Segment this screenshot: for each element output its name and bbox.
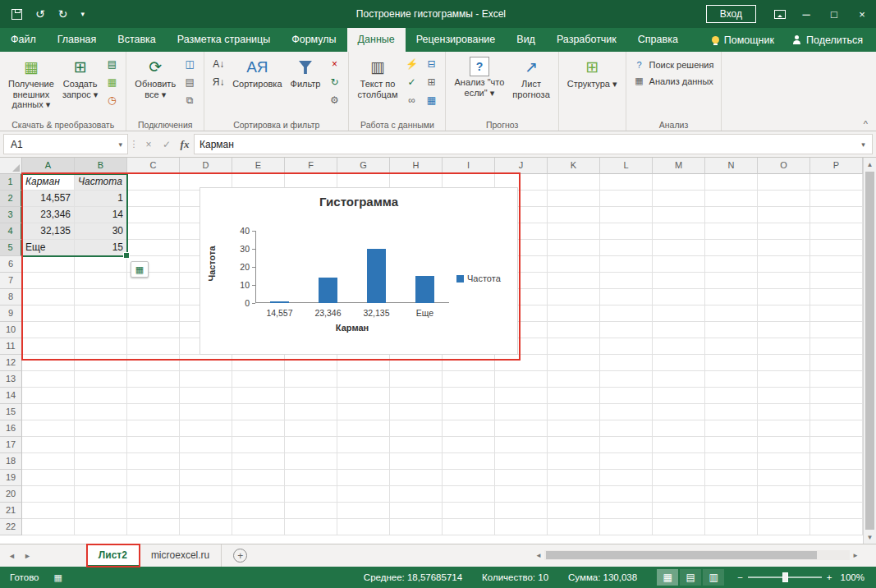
cell-E22[interactable] <box>232 519 285 535</box>
cell-P12[interactable] <box>810 355 863 371</box>
maximize-button[interactable]: □ <box>820 0 848 28</box>
formula-input[interactable]: Карман <box>194 134 855 154</box>
reapply-filter-icon[interactable]: ↻ <box>326 76 342 89</box>
cell-A2[interactable]: 14,557 <box>22 191 75 207</box>
cell-B17[interactable] <box>75 437 127 453</box>
cell-B6[interactable] <box>75 256 127 273</box>
cell-I13[interactable] <box>443 371 495 388</box>
text-to-columns-button[interactable]: ▥Текст постолбцам <box>353 53 401 117</box>
cell-N20[interactable] <box>705 486 758 503</box>
cell-E20[interactable] <box>232 486 285 503</box>
cell-M7[interactable] <box>653 273 705 289</box>
minimize-button[interactable]: ─ <box>792 0 820 28</box>
cell-P3[interactable] <box>810 207 863 223</box>
cell-P6[interactable] <box>810 256 863 273</box>
cell-L17[interactable] <box>600 437 653 453</box>
collapse-ribbon-icon[interactable]: ^ <box>864 119 868 129</box>
cell-L8[interactable] <box>600 289 653 305</box>
cell-G12[interactable] <box>337 355 390 371</box>
column-header-L[interactable]: L <box>600 158 653 174</box>
cell-K9[interactable] <box>548 305 600 322</box>
cell-A10[interactable] <box>22 322 75 338</box>
cell-A19[interactable] <box>22 470 75 486</box>
cell-D12[interactable] <box>180 355 232 371</box>
cell-K6[interactable] <box>548 256 600 273</box>
cell-O8[interactable] <box>758 289 810 305</box>
cell-A22[interactable] <box>22 519 75 535</box>
column-header-B[interactable]: B <box>75 158 127 174</box>
cell-O5[interactable] <box>758 240 810 256</box>
cell-M4[interactable] <box>653 223 705 240</box>
tab-page-layout[interactable]: Разметка страницы <box>167 28 281 52</box>
close-button[interactable]: × <box>848 0 876 28</box>
customize-qat-icon[interactable]: ▾ <box>80 10 85 18</box>
scroll-up-icon[interactable]: ▲ <box>864 158 876 171</box>
row-header-18[interactable]: 18 <box>0 453 22 470</box>
column-header-P[interactable]: P <box>810 158 863 174</box>
row-header-3[interactable]: 3 <box>0 207 22 223</box>
cell-L22[interactable] <box>600 519 653 535</box>
cell-K15[interactable] <box>548 404 600 420</box>
cell-H18[interactable] <box>390 453 443 470</box>
cell-E19[interactable] <box>232 470 285 486</box>
cell-C8[interactable] <box>127 289 180 305</box>
row-header-2[interactable]: 2 <box>0 191 22 207</box>
cell-B4[interactable]: 30 <box>75 223 127 240</box>
cell-L3[interactable] <box>600 207 653 223</box>
tab-review[interactable]: Рецензирование <box>406 28 507 52</box>
new-query-button[interactable]: ⊞Создатьзапрос ▾ <box>58 53 102 117</box>
cell-L5[interactable] <box>600 240 653 256</box>
cell-F19[interactable] <box>285 470 337 486</box>
cell-K10[interactable] <box>548 322 600 338</box>
column-header-A[interactable]: A <box>22 158 75 174</box>
outline-button[interactable]: ⊞Структура ▾ <box>563 53 621 117</box>
column-header-O[interactable]: O <box>758 158 810 174</box>
cell-J20[interactable] <box>495 486 548 503</box>
cell-M16[interactable] <box>653 420 705 437</box>
column-header-H[interactable]: H <box>390 158 443 174</box>
cell-P20[interactable] <box>810 486 863 503</box>
row-header-7[interactable]: 7 <box>0 273 22 289</box>
cell-D17[interactable] <box>180 437 232 453</box>
cell-E13[interactable] <box>232 371 285 388</box>
page-break-view-icon[interactable]: ▥ <box>703 569 724 586</box>
cell-A13[interactable] <box>22 371 75 388</box>
cell-I22[interactable] <box>443 519 495 535</box>
what-if-analysis-button[interactable]: ?Анализ "чтоесли" ▾ <box>450 53 508 117</box>
column-header-D[interactable]: D <box>180 158 232 174</box>
sheet-tab-1[interactable]: Лист2 <box>87 544 140 567</box>
cell-K8[interactable] <box>548 289 600 305</box>
cell-O13[interactable] <box>758 371 810 388</box>
cell-P9[interactable] <box>810 305 863 322</box>
cell-K20[interactable] <box>548 486 600 503</box>
cell-L10[interactable] <box>600 322 653 338</box>
cell-C17[interactable] <box>127 437 180 453</box>
cell-L15[interactable] <box>600 404 653 420</box>
cell-H12[interactable] <box>390 355 443 371</box>
cell-I21[interactable] <box>443 503 495 519</box>
cell-A16[interactable] <box>22 420 75 437</box>
properties-icon[interactable]: ▤ <box>181 76 198 89</box>
cell-N21[interactable] <box>705 503 758 519</box>
from-table-icon[interactable]: ▦ <box>103 76 120 89</box>
cell-M1[interactable] <box>653 174 705 191</box>
assistant-button[interactable]: Помощник <box>712 34 774 46</box>
vertical-scrollbar[interactable]: ▲ ▼ <box>863 158 876 544</box>
zoom-in-icon[interactable]: + <box>827 572 832 582</box>
cell-C10[interactable] <box>127 322 180 338</box>
row-header-22[interactable]: 22 <box>0 519 22 535</box>
cell-E17[interactable] <box>232 437 285 453</box>
cell-N19[interactable] <box>705 470 758 486</box>
cell-O10[interactable] <box>758 322 810 338</box>
advanced-filter-icon[interactable]: ⚙ <box>326 94 342 107</box>
data-analysis-button[interactable]: ▦Анализ данных <box>634 76 714 86</box>
quick-analysis-button[interactable]: ▦ <box>131 261 149 278</box>
tab-file[interactable]: Файл <box>0 28 47 52</box>
cell-I19[interactable] <box>443 470 495 486</box>
row-header-1[interactable]: 1 <box>0 174 22 191</box>
cell-P16[interactable] <box>810 420 863 437</box>
cell-I14[interactable] <box>443 388 495 404</box>
cell-C4[interactable] <box>127 223 180 240</box>
tab-developer[interactable]: Разработчик <box>546 28 627 52</box>
row-header-8[interactable]: 8 <box>0 289 22 305</box>
